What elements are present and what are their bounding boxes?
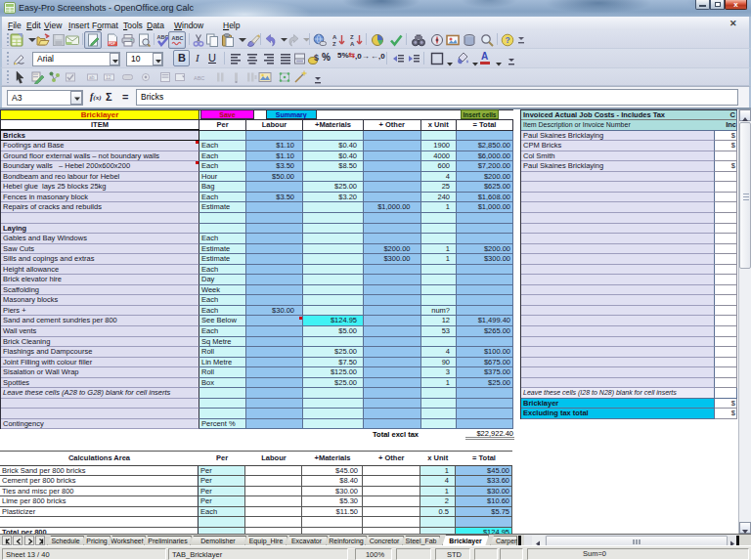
svg-text:ABC: ABC (172, 35, 184, 41)
svg-text:12: 12 (106, 74, 111, 80)
svg-text:ab: ab (89, 74, 95, 80)
svg-text:PDF: PDF (109, 42, 116, 46)
svg-text:A: A (332, 34, 337, 40)
svg-text:$: $ (314, 53, 319, 63)
svg-text:ABC: ABC (194, 75, 204, 81)
svg-text:?: ? (506, 35, 510, 45)
svg-text:Z: Z (350, 34, 354, 40)
svg-text:Z: Z (332, 41, 336, 47)
svg-text:A: A (350, 41, 355, 47)
